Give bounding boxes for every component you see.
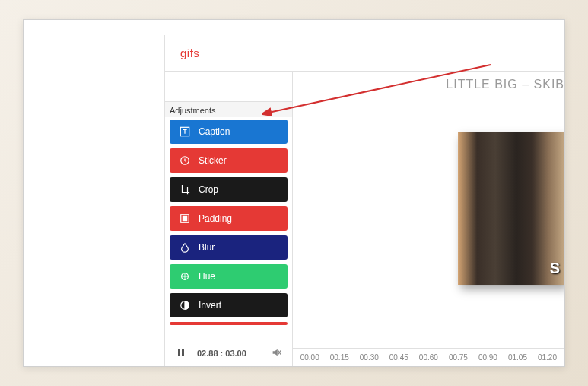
adjustment-label: Caption — [199, 126, 230, 137]
preview-frame[interactable]: S — [458, 132, 564, 285]
preview-area: LITTLE BIG – SKIB S 00.00 00.15 00.30 00… — [293, 72, 564, 366]
crop-icon — [179, 183, 191, 196]
timeline-tick: 00.60 — [419, 353, 438, 362]
adjustment-label: Hue — [199, 271, 215, 282]
sticker-icon — [179, 155, 191, 167]
adjustment-blur[interactable]: Blur — [170, 235, 288, 260]
time-display: 02.88 : 03.00 — [197, 349, 246, 358]
adjustments-list[interactable]: Caption Sticker Crop — [165, 117, 292, 340]
adjustment-crop[interactable]: Crop — [170, 177, 288, 202]
timeline-tick: 00.75 — [449, 353, 468, 362]
timeline[interactable]: 00.00 00.15 00.30 00.45 00.60 00.75 00.9… — [293, 348, 564, 366]
invert-icon — [179, 299, 191, 311]
adjustment-more-indicator — [170, 322, 288, 325]
adjustment-label: Sticker — [199, 155, 227, 166]
svg-rect-8 — [183, 216, 186, 220]
timeline-tick: 00.90 — [478, 353, 497, 362]
time-current: 02.88 — [197, 349, 218, 358]
adjustment-label: Padding — [199, 213, 232, 224]
mute-icon — [271, 347, 281, 360]
pause-icon — [177, 348, 185, 359]
app-title: gifs — [180, 46, 199, 59]
playback-controls: 02.88 : 03.00 — [165, 340, 292, 366]
timeline-tick: 01.20 — [538, 353, 557, 362]
app-header: gifs — [165, 35, 564, 72]
outer-frame: gifs — [23, 19, 565, 367]
tab-adjustments[interactable] — [260, 72, 292, 101]
adjustment-caption[interactable]: Caption — [170, 120, 288, 144]
time-total: 03.00 — [225, 349, 246, 358]
section-label: Adjustments — [165, 102, 292, 117]
timeline-tick: 00.00 — [300, 353, 319, 362]
adjustment-label: Invert — [199, 300, 221, 311]
tool-tabs — [165, 72, 292, 102]
padding-icon — [179, 212, 191, 225]
svg-rect-11 — [178, 349, 180, 356]
tab-caption[interactable] — [165, 72, 197, 101]
left-panel: Adjustments Caption Sticker — [165, 72, 293, 366]
timeline-tick: 01.05 — [508, 353, 527, 362]
tab-timer[interactable] — [197, 72, 229, 101]
tab-effects[interactable] — [228, 72, 260, 101]
pause-button[interactable] — [173, 345, 189, 362]
caption-icon — [179, 126, 191, 138]
timeline-tick: 00.15 — [330, 353, 349, 362]
adjustment-hue[interactable]: Hue — [170, 264, 288, 289]
timeline-tick: 00.30 — [360, 353, 379, 362]
mute-button[interactable] — [268, 345, 284, 362]
adjustment-invert[interactable]: Invert — [170, 293, 288, 317]
adjustment-label: Crop — [199, 184, 218, 195]
svg-rect-12 — [182, 349, 184, 356]
hue-icon — [179, 270, 191, 282]
adjustment-padding[interactable]: Padding — [170, 206, 288, 231]
preview-body: S — [293, 72, 564, 348]
timeline-tick: 00.45 — [389, 353, 408, 362]
blur-icon — [179, 241, 191, 254]
app-window: gifs — [164, 35, 564, 366]
caption-overlay: S — [550, 260, 560, 277]
adjustment-sticker[interactable]: Sticker — [170, 148, 288, 173]
adjustment-label: Blur — [199, 242, 215, 253]
main-area: Adjustments Caption Sticker — [165, 72, 564, 366]
